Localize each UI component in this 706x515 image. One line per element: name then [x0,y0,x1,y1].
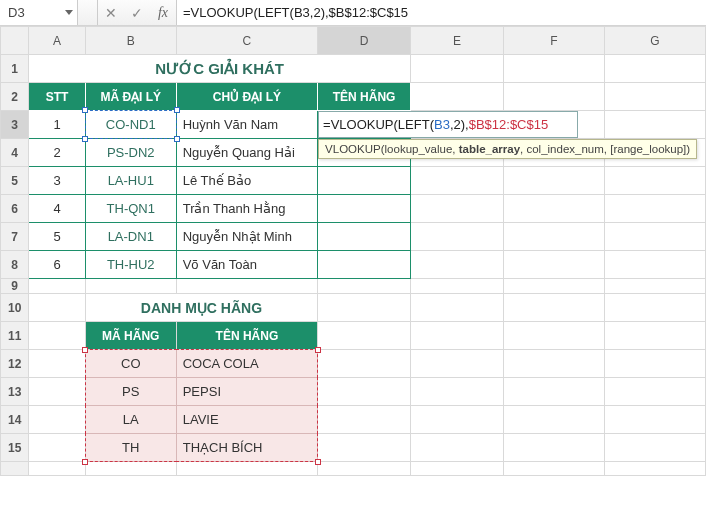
cell[interactable] [604,350,705,378]
cell-D3-active[interactable]: =VLOOKUP(LEFT(B3,2),$B$12:$C$15 VLOOKUP(… [318,111,411,139]
cell-B15[interactable]: TH [85,434,176,462]
cell[interactable] [29,279,86,294]
cell[interactable]: LA-HU1 [85,167,176,195]
cell[interactable]: Nguyễn Nhật Minh [176,223,317,251]
cell[interactable]: PEPSI [176,378,317,406]
cell[interactable] [604,406,705,434]
cell[interactable] [604,55,705,83]
cell[interactable] [411,322,504,350]
cell[interactable] [318,294,411,322]
row-header[interactable] [1,462,29,476]
cell[interactable] [318,223,411,251]
cell[interactable] [318,251,411,279]
table2-header[interactable]: MÃ HÃNG [85,322,176,350]
cell[interactable]: LA [85,406,176,434]
function-tooltip[interactable]: VLOOKUP(lookup_value, table_array, col_i… [318,139,697,159]
cell[interactable]: 2 [29,139,86,167]
cell[interactable] [503,55,604,83]
cell[interactable] [29,434,86,462]
cell[interactable]: 3 [29,167,86,195]
col-header-C[interactable]: C [176,27,317,55]
cell[interactable] [503,434,604,462]
cell[interactable]: DANH MỤC HÃNG [85,294,317,322]
cell[interactable] [604,322,705,350]
cell[interactable] [604,223,705,251]
row-header[interactable]: 13 [1,378,29,406]
cell[interactable] [503,223,604,251]
cell[interactable] [29,294,86,322]
cell-C15[interactable]: THẠCH BÍCH [176,434,317,462]
cell[interactable]: NƯỚC GIẢI KHÁT [29,55,411,83]
row-header[interactable]: 12 [1,350,29,378]
row-header[interactable]: 14 [1,406,29,434]
cell[interactable] [503,462,604,476]
select-all-corner[interactable] [1,27,29,55]
row-header[interactable]: 9 [1,279,29,294]
cell-B12[interactable]: CO [85,350,176,378]
cell[interactable] [604,378,705,406]
cell[interactable]: 6 [29,251,86,279]
row-header[interactable]: 11 [1,322,29,350]
cell[interactable] [29,406,86,434]
row-header[interactable]: 1 [1,55,29,83]
cell[interactable] [604,294,705,322]
cell[interactable] [604,111,705,139]
table1-header[interactable]: MÃ ĐẠI LÝ [85,83,176,111]
row-header[interactable]: 7 [1,223,29,251]
table1-header[interactable]: STT [29,83,86,111]
cell[interactable] [176,462,317,476]
cell[interactable] [604,434,705,462]
row-header[interactable]: 8 [1,251,29,279]
cell[interactable] [411,350,504,378]
cell[interactable] [503,350,604,378]
name-box[interactable]: D3 [0,0,78,25]
cell[interactable]: LA-DN1 [85,223,176,251]
cell[interactable] [411,462,504,476]
row-header[interactable]: 2 [1,83,29,111]
cell[interactable] [503,167,604,195]
cell[interactable] [411,251,504,279]
formula-editing-overlay[interactable]: =VLOOKUP(LEFT(B3,2),$B$12:$C$15 [318,111,578,138]
cell[interactable] [176,279,317,294]
row-header[interactable]: 6 [1,195,29,223]
cell[interactable] [604,83,705,111]
col-header-B[interactable]: B [85,27,176,55]
cell[interactable] [604,195,705,223]
cell[interactable] [503,83,604,111]
cell[interactable]: 5 [29,223,86,251]
chevron-down-icon[interactable] [65,10,73,15]
cell[interactable] [503,406,604,434]
cell[interactable] [318,406,411,434]
cell[interactable]: Trần Thanh Hằng [176,195,317,223]
row-header[interactable]: 5 [1,167,29,195]
cell[interactable] [318,279,411,294]
col-header-D[interactable]: D [318,27,411,55]
cell[interactable]: PS [85,378,176,406]
cell[interactable] [85,279,176,294]
cell[interactable] [503,378,604,406]
fx-icon[interactable]: fx [150,0,176,25]
col-header-F[interactable]: F [503,27,604,55]
cell[interactable] [604,279,705,294]
row-header[interactable]: 15 [1,434,29,462]
cell[interactable] [604,462,705,476]
cell[interactable] [411,434,504,462]
cell[interactable] [411,406,504,434]
table1-header[interactable]: TÊN HÃNG [318,83,411,111]
cell[interactable] [29,322,86,350]
cell[interactable] [318,378,411,406]
row-header[interactable]: 10 [1,294,29,322]
cell-B3[interactable]: CO-ND1 [85,111,176,139]
cell[interactable]: Võ Văn Toàn [176,251,317,279]
cell[interactable] [29,378,86,406]
table1-header[interactable]: CHỦ ĐẠI LÝ [176,83,317,111]
cell[interactable]: Huỳnh Văn Nam [176,111,317,139]
cell[interactable] [503,294,604,322]
cell[interactable]: LAVIE [176,406,317,434]
cell[interactable]: TH-HU2 [85,251,176,279]
cell[interactable] [318,167,411,195]
cell[interactable] [411,378,504,406]
cell[interactable] [411,167,504,195]
cell[interactable] [503,279,604,294]
cell[interactable] [85,462,176,476]
